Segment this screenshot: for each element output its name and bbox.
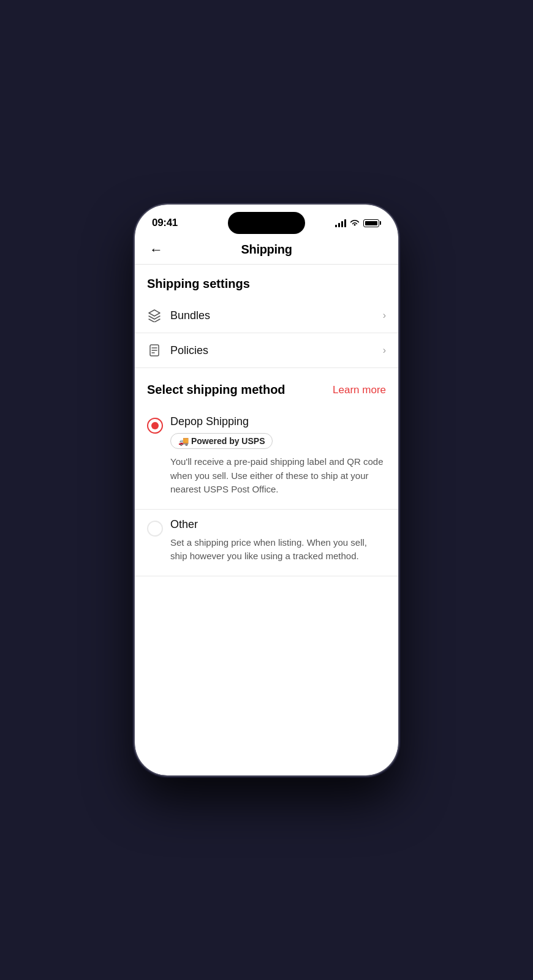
select-shipping-header: Select shipping method Learn more [135, 368, 398, 407]
policies-label: Policies [170, 344, 208, 357]
other-radio-content: Other Set a shipping price when listing.… [170, 518, 386, 564]
depop-radio-button[interactable] [147, 418, 163, 434]
other-radio-button[interactable] [147, 521, 163, 537]
status-icons [335, 219, 381, 227]
other-shipping-description: Set a shipping price when listing. When … [170, 536, 386, 564]
depop-shipping-description: You'll receive a pre-paid shipping label… [170, 455, 386, 497]
other-shipping-title: Other [170, 518, 386, 531]
bundles-label: Bundles [170, 309, 210, 322]
battery-icon [363, 219, 381, 227]
select-shipping-title: Select shipping method [147, 383, 285, 397]
policies-chevron-icon: › [383, 345, 386, 356]
depop-radio-inner [151, 422, 159, 429]
back-button[interactable]: ← [147, 241, 165, 259]
other-shipping-option[interactable]: Other Set a shipping price when listing.… [135, 510, 398, 576]
phone-frame: 09:41 [135, 205, 398, 775]
depop-radio-content: Depop Shipping 🚚 Powered by USPS You'll … [170, 415, 386, 497]
shipping-settings-header: Shipping settings [135, 265, 398, 298]
dynamic-island [228, 212, 305, 234]
page-title: Shipping [241, 243, 292, 257]
wifi-icon [350, 219, 360, 227]
learn-more-link[interactable]: Learn more [333, 384, 386, 396]
depop-shipping-title: Depop Shipping [170, 415, 386, 428]
signal-icon [335, 219, 346, 227]
depop-shipping-option[interactable]: Depop Shipping 🚚 Powered by USPS You'll … [135, 407, 398, 510]
layers-icon [147, 308, 162, 323]
document-icon [147, 343, 162, 358]
policies-menu-item[interactable]: Policies › [135, 333, 398, 368]
main-content: Shipping settings Bundles › [135, 265, 398, 775]
nav-header: ← Shipping [135, 238, 398, 264]
usps-badge: 🚚 Powered by USPS [170, 433, 273, 449]
bundles-menu-item[interactable]: Bundles › [135, 298, 398, 333]
back-arrow-icon: ← [149, 243, 163, 257]
status-time: 09:41 [152, 217, 178, 229]
bundles-chevron-icon: › [383, 310, 386, 321]
phone-screen: 09:41 [135, 205, 398, 775]
